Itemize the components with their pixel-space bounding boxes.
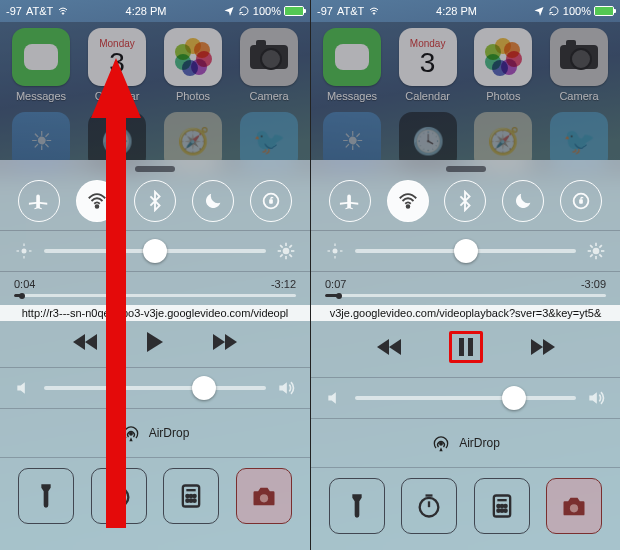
svg-point-63 <box>440 443 443 446</box>
svg-line-23 <box>280 254 283 257</box>
location-icon <box>223 5 235 17</box>
wifi-icon <box>368 5 380 17</box>
rewind-icon <box>377 338 403 356</box>
rotation-lock-toggle[interactable] <box>250 180 292 222</box>
airdrop-row[interactable]: AirDrop <box>0 409 310 458</box>
calculator-button[interactable] <box>163 468 219 524</box>
rotation-lock-toggle[interactable] <box>560 180 602 222</box>
scrubber[interactable] <box>14 294 296 297</box>
brightness-slider[interactable] <box>44 249 266 253</box>
camera-icon <box>560 492 588 520</box>
prev-track-button[interactable] <box>73 333 99 351</box>
svg-point-8 <box>96 205 99 208</box>
next-track-button[interactable] <box>529 338 555 356</box>
do-not-disturb-toggle[interactable] <box>192 180 234 222</box>
calculator-button[interactable] <box>474 478 530 534</box>
app-calendar[interactable]: Monday 3 Calendar <box>84 28 150 102</box>
bluetooth-icon <box>144 190 166 212</box>
brightness-slider[interactable] <box>355 249 576 253</box>
app-messages[interactable]: Messages <box>319 28 385 102</box>
bluetooth-toggle[interactable] <box>444 180 486 222</box>
bluetooth-icon <box>454 190 476 212</box>
do-not-disturb-toggle[interactable] <box>502 180 544 222</box>
screenshot-right: -97 AT&T 4:28 PM 100% Messages Monday 3 … <box>310 0 620 550</box>
brightness-high-icon <box>276 241 296 261</box>
app-photos[interactable]: Photos <box>470 28 536 102</box>
svg-point-73 <box>570 504 578 512</box>
battery-percent: 100% <box>253 5 281 17</box>
timer-button[interactable] <box>401 478 457 534</box>
grabber-handle[interactable] <box>135 166 175 172</box>
svg-line-60 <box>599 245 602 248</box>
flashlight-icon <box>343 492 371 520</box>
prev-track-button[interactable] <box>377 338 403 356</box>
svg-point-47 <box>333 249 338 254</box>
wifi-toggle[interactable] <box>387 180 429 222</box>
app-messages[interactable]: Messages <box>8 28 74 102</box>
svg-line-24 <box>289 245 292 248</box>
wifi-icon <box>86 190 108 212</box>
grabber-handle[interactable] <box>446 166 486 172</box>
screenshot-left: -97 AT&T 4:28 PM 100% Messages Monday 3 … <box>0 0 310 550</box>
svg-line-21 <box>280 245 283 248</box>
airplane-toggle[interactable] <box>18 180 60 222</box>
volume-slider[interactable] <box>44 386 266 390</box>
home-app-row: Messages Monday 3 Calendar Photos Camer <box>311 22 620 102</box>
next-track-button[interactable] <box>211 333 237 351</box>
app-label: Photos <box>486 90 520 102</box>
svg-point-72 <box>504 510 506 512</box>
app-calendar[interactable]: Monday 3 Calendar <box>395 28 461 102</box>
brightness-low-icon <box>325 241 345 261</box>
wifi-icon <box>57 5 69 17</box>
volume-row <box>0 368 310 409</box>
svg-point-33 <box>190 500 192 502</box>
pause-button[interactable] <box>449 331 483 363</box>
volume-low-icon <box>325 388 345 408</box>
control-center[interactable]: 0:07 -3:09 v3je.googlevideo.com/videopla… <box>311 160 620 550</box>
flashlight-button[interactable] <box>329 478 385 534</box>
forward-icon <box>529 338 555 356</box>
timer-button[interactable] <box>91 468 147 524</box>
camera-icon <box>550 28 608 86</box>
rotation-lock-icon <box>238 5 250 17</box>
play-button[interactable] <box>145 331 165 353</box>
svg-line-58 <box>599 254 602 257</box>
scrubber[interactable] <box>325 294 606 297</box>
brightness-row <box>311 231 620 272</box>
timer-icon <box>105 482 133 510</box>
timer-icon <box>415 492 443 520</box>
app-camera[interactable]: Camera <box>546 28 612 102</box>
wifi-toggle[interactable] <box>76 180 118 222</box>
svg-point-35 <box>260 494 268 502</box>
location-icon <box>533 5 545 17</box>
svg-point-70 <box>497 510 499 512</box>
control-center[interactable]: 0:04 -3:12 http://r3---sn-n0qeoapo3-v3je… <box>0 160 310 550</box>
svg-point-64 <box>420 498 439 517</box>
bluetooth-toggle[interactable] <box>134 180 176 222</box>
camera-icon <box>240 28 298 86</box>
svg-point-68 <box>500 505 502 507</box>
moon-icon <box>512 190 534 212</box>
volume-slider[interactable] <box>355 396 576 400</box>
app-photos[interactable]: Photos <box>160 28 226 102</box>
rotation-lock-icon <box>548 5 560 17</box>
svg-point-69 <box>504 505 506 507</box>
airplane-icon <box>339 190 361 212</box>
media-section: 0:07 -3:09 v3je.googlevideo.com/videopla… <box>311 272 620 378</box>
carrier-label: AT&T <box>337 5 364 17</box>
quick-launch-row <box>311 468 620 534</box>
airdrop-label: AirDrop <box>459 436 500 450</box>
camera-button[interactable] <box>546 478 602 534</box>
airdrop-row[interactable]: AirDrop <box>311 419 620 468</box>
svg-point-30 <box>190 495 192 497</box>
airplane-icon <box>28 190 50 212</box>
airplane-toggle[interactable] <box>329 180 371 222</box>
app-camera[interactable]: Camera <box>236 28 302 102</box>
app-label: Messages <box>16 90 66 102</box>
camera-button[interactable] <box>236 468 292 524</box>
now-playing-title: v3je.googlevideo.com/videoplayback?sver=… <box>311 305 620 321</box>
moon-icon <box>202 190 224 212</box>
quick-toggle-row <box>311 180 620 231</box>
app-label: Calendar <box>405 90 450 102</box>
flashlight-button[interactable] <box>18 468 74 524</box>
